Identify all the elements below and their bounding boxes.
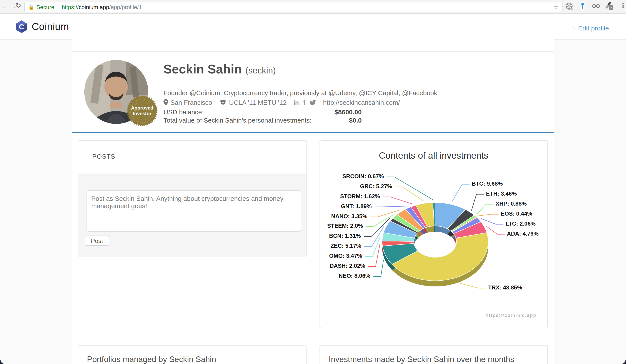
social-icons: in f [293, 99, 316, 106]
chart-slice-label-bcn: BCN: 1.31% [329, 232, 361, 239]
chart-slice-label-ltc: LTC: 2.06% [506, 220, 536, 227]
chart-slice-label-dash: DASH: 2.02% [330, 262, 365, 269]
svg-text:Investor: Investor [133, 111, 152, 116]
window-corner [622, 360, 626, 364]
total-value-label: Total value of Seckin Sahin's personal i… [163, 116, 312, 125]
chart-slice-label-grc: GRC: 5.27% [360, 183, 392, 189]
post-composer-textarea[interactable] [86, 190, 301, 232]
profile-balances: USD balance: $8600.00 Total value of Sec… [163, 108, 362, 125]
url-scheme: https:// [62, 4, 79, 10]
facebook-icon[interactable]: f [303, 99, 305, 106]
browser-toolbar: ← → ↻ 🔒 Secure https://coinium.app/app/p… [0, 0, 626, 14]
back-button[interactable]: ← [2, 2, 9, 10]
website-link[interactable]: http://seckincansahin.com/ [323, 99, 400, 106]
brand[interactable]: C Coinium [16, 20, 69, 33]
reload-button[interactable]: ↻ [16, 2, 21, 10]
posts-panel-header: POSTS [78, 141, 307, 173]
edit-pencil-icon: ✎ [571, 25, 576, 32]
usd-balance-label: USD balance: [163, 108, 204, 116]
brand-name: Coinium [32, 21, 69, 33]
url-divider [58, 4, 58, 10]
profile-card: Approved Investor Seckin Sahin(seckin) F… [72, 51, 554, 133]
url-domain: coinium.app [79, 4, 109, 10]
usd-balance-value: $8600.00 [335, 108, 362, 116]
browser-menu-icon[interactable]: ⋮ [620, 2, 626, 9]
chart-slice-label-btc: BTC: 9.68% [472, 180, 503, 187]
investments-title: Investments made by Seckin Sahin over th… [329, 355, 514, 364]
portfolios-title: Portfolios managed by Seckin Sahin [87, 355, 216, 364]
secure-label: Secure [36, 4, 54, 10]
linkedin-icon[interactable]: in [293, 99, 299, 106]
investments-panel: Investments made by Seckin Sahin over th… [319, 345, 548, 364]
total-value-value: $0.0 [349, 116, 362, 125]
approved-investor-badge: Approved Investor [126, 95, 158, 127]
chart-slice-label-zec: ZEC: 5.17% [330, 243, 361, 249]
posts-panel: POSTS Post [78, 140, 307, 257]
chart-slice-label-xrp: XRP: 0.88% [496, 200, 527, 207]
url-path: /app/profile/1 [109, 4, 142, 10]
chart-slice-label-steem: STEEM: 2.0% [327, 222, 363, 229]
chart-slice-label-ada: ADA: 4.79% [507, 230, 539, 237]
page-container: Approved Investor Seckin Sahin(seckin) F… [72, 14, 554, 364]
post-button[interactable]: Post [85, 236, 109, 246]
chart-slice-label-eth: ETH: 3.46% [486, 190, 517, 197]
film-reel-extension-icon[interactable] [565, 2, 573, 10]
usd-balance-row: USD balance: $8600.00 [163, 108, 362, 116]
chart-slice-label-gnt: GNT: 1.89% [341, 203, 372, 210]
chart-slice-label-neo: NEO: 8.06% [339, 273, 370, 279]
graduation-cap-icon [219, 100, 227, 105]
window-corner [0, 360, 4, 364]
investments-chart-panel: Contents of all investments BTC: 9.68%ET… [319, 140, 548, 328]
education-label: UCLA '11 METU '12 [229, 99, 286, 106]
profile-handle: (seckin) [245, 66, 276, 75]
chart-slice-label-omg: OMG: 3.47% [329, 253, 362, 259]
binoculars-extension-icon[interactable] [592, 2, 600, 10]
location-pin-icon [163, 99, 168, 106]
chart-slice-label-nano: NANO: 3.35% [331, 213, 367, 219]
chart-slice-label-eos: EOS: 0.44% [501, 210, 532, 217]
total-value-row: Total value of Seckin Sahin's personal i… [163, 116, 362, 125]
profile-bio: Founder @Coinium, Cryptocurrency trader,… [163, 89, 437, 97]
edit-profile-label: Edit profile [578, 24, 609, 32]
post-composer: Post [78, 174, 307, 257]
svg-text:C: C [19, 23, 24, 31]
lock-icon: 🔒 [28, 4, 34, 10]
posts-title: POSTS [92, 152, 116, 160]
url-text: https://coinium.app/app/profile/1 [62, 4, 142, 10]
portfolios-panel: Portfolios managed by Seckin Sahin [78, 345, 307, 364]
profile-name: Seckin Sahin [163, 62, 242, 76]
education-item: UCLA '11 METU '12 [219, 99, 286, 106]
profile-meta-row: San Francisco UCLA '11 METU '12 in f htt… [163, 99, 400, 106]
svg-text:Approved: Approved [131, 105, 154, 110]
chart-slice-label-trx: TRX: 43.85% [488, 284, 522, 291]
chart-watermark: https://coinium.app [486, 313, 537, 318]
twitter-icon[interactable] [310, 100, 316, 105]
location-item: San Francisco [163, 99, 212, 106]
address-bar[interactable]: 🔒 Secure https://coinium.app/app/profile… [24, 2, 562, 12]
location-label: San Francisco [170, 99, 212, 106]
coinium-logo-icon: C [16, 20, 27, 33]
edit-profile-link[interactable]: ✎ Edit profile [571, 24, 609, 32]
browser-window: ← → ↻ 🔒 Secure https://coinium.app/app/p… [0, 0, 626, 364]
screwdriver-extension-icon[interactable] [606, 2, 613, 10]
profile-name-row: Seckin Sahin(seckin) [163, 62, 276, 76]
chart-slice-label-storm: STORM: 1.62% [340, 193, 380, 199]
chart-slice-label-srcoin: SRCOIN: 0.67% [342, 173, 384, 180]
funnel-extension-icon[interactable] [579, 2, 587, 10]
bookmark-star-icon[interactable]: ☆ [553, 3, 559, 10]
